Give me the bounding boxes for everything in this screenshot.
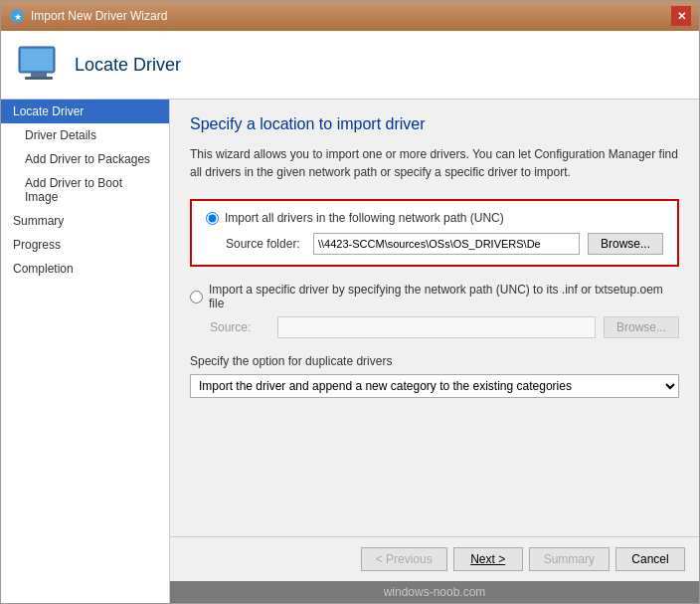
import-specific-option-row: Import a specific driver by specifying t… (190, 283, 679, 338)
wizard-body: Locate Driver Driver Details Add Driver … (1, 100, 699, 603)
close-button[interactable]: ✕ (671, 6, 691, 26)
content-area: Specify a location to import driver This… (170, 100, 699, 536)
title-bar-left: ★ Import New Driver Wizard (9, 8, 167, 24)
import-unc-radio-row: Import all drivers in the following netw… (206, 211, 663, 225)
duplicate-label: Specify the option for duplicate drivers (190, 354, 679, 368)
svg-rect-3 (21, 49, 53, 71)
next-button[interactable]: Next > (453, 547, 523, 571)
computer-icon (15, 41, 63, 89)
import-unc-label[interactable]: Import all drivers in the following netw… (225, 211, 504, 225)
sidebar-item-add-driver-packages[interactable]: Add Driver to Packages (1, 147, 169, 171)
specific-source-label: Source: (210, 320, 269, 334)
svg-rect-5 (25, 77, 53, 80)
sidebar-item-progress[interactable]: Progress (1, 233, 169, 257)
wizard-header: Locate Driver (1, 31, 699, 100)
sidebar: Locate Driver Driver Details Add Driver … (1, 100, 170, 603)
sidebar-item-completion[interactable]: Completion (1, 257, 169, 281)
import-specific-label[interactable]: Import a specific driver by specifying t… (209, 283, 679, 310)
previous-button[interactable]: < Previous (361, 547, 447, 571)
specific-source-input (277, 316, 596, 338)
sidebar-item-driver-details[interactable]: Driver Details (1, 123, 169, 147)
import-specific-radio[interactable] (190, 291, 203, 303)
wizard-footer: < Previous Next > Summary Cancel (170, 536, 699, 581)
source-folder-row: Source folder: Browse... (226, 233, 663, 255)
title-bar: ★ Import New Driver Wizard ✕ (1, 1, 699, 31)
wizard-header-title: Locate Driver (75, 55, 181, 76)
browse-specific-button: Browse... (604, 316, 679, 338)
sidebar-item-summary[interactable]: Summary (1, 209, 169, 233)
specific-source-row: Source: Browse... (210, 316, 679, 338)
duplicate-select[interactable]: Import the driver and append a new categ… (190, 374, 679, 398)
import-unc-option-box: Import all drivers in the following netw… (190, 199, 679, 267)
sidebar-item-add-driver-boot[interactable]: Add Driver to Boot Image (1, 171, 169, 209)
source-folder-input[interactable] (313, 233, 580, 255)
watermark: windows-noob.com (170, 581, 699, 603)
main-content: Specify a location to import driver This… (170, 100, 699, 603)
duplicate-section: Specify the option for duplicate drivers… (190, 354, 679, 398)
app-icon: ★ (9, 8, 25, 24)
import-unc-radio[interactable] (206, 212, 219, 225)
import-specific-radio-row: Import a specific driver by specifying t… (190, 283, 679, 310)
source-folder-label: Source folder: (226, 237, 305, 251)
browse-unc-button[interactable]: Browse... (588, 233, 663, 255)
summary-button[interactable]: Summary (529, 547, 610, 571)
sidebar-item-locate-driver[interactable]: Locate Driver (1, 100, 169, 123)
watermark-text: windows-noob.com (384, 585, 486, 599)
cancel-button[interactable]: Cancel (615, 547, 685, 571)
svg-rect-4 (31, 73, 47, 77)
sidebar-nav: Locate Driver Driver Details Add Driver … (1, 100, 169, 603)
window-title: Import New Driver Wizard (31, 9, 167, 23)
content-title: Specify a location to import driver (190, 115, 679, 133)
wizard-window: ★ Import New Driver Wizard ✕ Locate Driv… (0, 0, 700, 604)
content-description: This wizard allows you to import one or … (190, 145, 679, 181)
svg-text:★: ★ (14, 12, 22, 22)
